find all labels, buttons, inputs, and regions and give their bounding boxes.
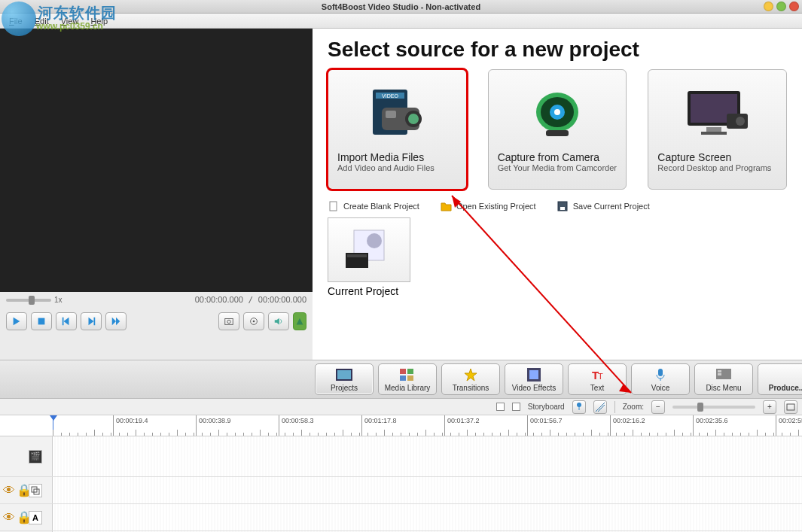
card-capture-screen[interactable]: Capture Screen Record Desktop and Progra…: [648, 69, 787, 190]
svg-rect-32: [330, 202, 337, 211]
svg-point-11: [253, 321, 255, 323]
volume-button[interactable]: [268, 312, 289, 330]
overlay-icon: [29, 484, 42, 497]
window-title: Soft4Boost Video Studio - Non-activated: [322, 2, 480, 11]
minimize-button[interactable]: [764, 2, 773, 11]
zoom-fit-button[interactable]: [784, 400, 797, 414]
eye-icon[interactable]: 👁: [3, 484, 14, 497]
tab-label: Transitions: [453, 384, 489, 392]
title-bar: Soft4Boost Video Studio - Non-activated: [0, 0, 802, 14]
svg-rect-58: [787, 404, 794, 410]
window-controls: [764, 2, 799, 11]
ruler-tick: 00:02:35.6: [693, 415, 694, 436]
tab-label: Media Library: [385, 384, 431, 392]
track-text[interactable]: 👁 🔒 A: [0, 504, 802, 531]
lock-icon[interactable]: 🔒: [17, 483, 26, 497]
svg-rect-8: [225, 319, 233, 325]
svg-rect-3: [63, 318, 64, 326]
svg-rect-20: [386, 111, 396, 118]
tab-media-library[interactable]: Media Library: [378, 363, 437, 395]
close-button[interactable]: [789, 2, 799, 11]
tab-label: Projects: [331, 384, 358, 392]
fast-forward-button[interactable]: [105, 312, 127, 330]
tab-video-effects[interactable]: Video Effects: [505, 363, 563, 395]
svg-rect-47: [529, 370, 538, 379]
marker-button[interactable]: [572, 400, 586, 414]
track-overlay[interactable]: 👁 🔒: [0, 477, 802, 504]
speed-slider[interactable]: [6, 299, 51, 302]
current-project[interactable]: Current Project: [328, 217, 410, 297]
ruler-tick-label: 00:02:16.2: [613, 417, 645, 424]
next-frame-button[interactable]: [81, 312, 102, 330]
snap-button[interactable]: [593, 400, 607, 414]
zoom-slider[interactable]: [672, 406, 755, 409]
current-project-label: Current Project: [328, 285, 410, 297]
prev-frame-button[interactable]: [56, 312, 77, 330]
action-label: Create Blank Project: [343, 202, 419, 211]
storyboard-checkbox[interactable]: [496, 403, 505, 411]
fullscreen-button[interactable]: [293, 312, 306, 330]
timeline-ruler[interactable]: 00:00:19.400:00:38.900:00:58.300:01:17.8…: [0, 415, 802, 436]
tab-text[interactable]: TT Text: [568, 363, 627, 395]
ruler-tick-label: 00:02:55.1: [779, 417, 802, 424]
settings-icon-button[interactable]: [243, 312, 264, 330]
webcam-icon: [498, 76, 618, 151]
svg-point-9: [227, 320, 230, 323]
preview-panel: 1x 00:00:00.000 / 00:00:00.000: [0, 29, 313, 360]
time-total: 00:00:00.000: [258, 295, 306, 304]
speed-label: 1x: [54, 296, 63, 304]
preview-viewport[interactable]: [0, 29, 313, 292]
tab-projects[interactable]: Projects: [315, 363, 374, 395]
svg-line-56: [596, 403, 605, 412]
action-label: Save Current Project: [573, 202, 650, 211]
ruler-tick: 00:01:17.8: [361, 415, 362, 436]
svg-rect-38: [347, 254, 367, 257]
menu-edit[interactable]: Edit: [29, 15, 55, 27]
card-title: Import Media Files: [337, 151, 457, 163]
tab-voice[interactable]: Voice: [631, 363, 690, 395]
action-create-blank[interactable]: Create Blank Project: [328, 200, 419, 211]
track-video[interactable]: 🎬: [0, 436, 802, 477]
time-current: 00:00:00.000: [195, 295, 243, 304]
card-title: Capture from Camera: [498, 151, 618, 163]
action-save-current[interactable]: Save Current Project: [557, 200, 650, 211]
tab-label: Voice: [651, 384, 669, 392]
action-open-existing[interactable]: Open Existing Project: [441, 200, 536, 211]
menu-help[interactable]: Help: [84, 15, 114, 27]
svg-point-36: [367, 233, 382, 248]
svg-rect-34: [560, 207, 565, 210]
svg-rect-1: [38, 318, 45, 325]
svg-rect-41: [400, 369, 406, 374]
svg-rect-43: [400, 375, 406, 381]
menu-view[interactable]: View: [55, 15, 85, 27]
tab-disc-menu[interactable]: Disc Menu: [694, 363, 753, 395]
source-heading: Select source for a new project: [328, 38, 787, 62]
microphone-icon: [655, 367, 666, 382]
clapper-icon: 🎬: [29, 450, 42, 464]
filmstrip-icon: [527, 367, 541, 382]
tab-transitions[interactable]: Transitions: [441, 363, 500, 395]
zoom-in-button[interactable]: +: [763, 400, 776, 414]
svg-rect-40: [337, 370, 351, 379]
maximize-button[interactable]: [776, 2, 786, 11]
camcorder-icon: VIDEO: [337, 76, 457, 151]
ruler-tick-label: 00:01:17.8: [364, 417, 397, 424]
storyboard-checkbox-2[interactable]: [512, 403, 520, 411]
track-header: 👁 🔒 A: [0, 504, 53, 530]
card-import-media[interactable]: VIDEO Import Media Files Add Video and A…: [328, 69, 467, 190]
stop-button[interactable]: [31, 312, 52, 330]
play-button[interactable]: [6, 312, 27, 330]
zoom-label: Zoom:: [623, 403, 644, 411]
eye-icon[interactable]: 👁: [3, 511, 14, 524]
ruler-tick: 00:00:19.4: [113, 415, 114, 436]
lock-icon[interactable]: 🔒: [17, 510, 26, 524]
snapshot-button[interactable]: [218, 312, 239, 330]
star-icon: [464, 367, 477, 382]
ruler-tick-label: 00:00:38.9: [199, 417, 231, 424]
tab-produce[interactable]: Produce...: [758, 363, 802, 395]
ruler-tick: 00:01:56.7: [527, 415, 528, 436]
zoom-out-button[interactable]: −: [651, 400, 665, 414]
svg-text:T: T: [598, 372, 603, 381]
card-capture-camera[interactable]: Capture from Camera Get Your Media from …: [488, 69, 627, 190]
menu-file[interactable]: File: [3, 15, 29, 27]
